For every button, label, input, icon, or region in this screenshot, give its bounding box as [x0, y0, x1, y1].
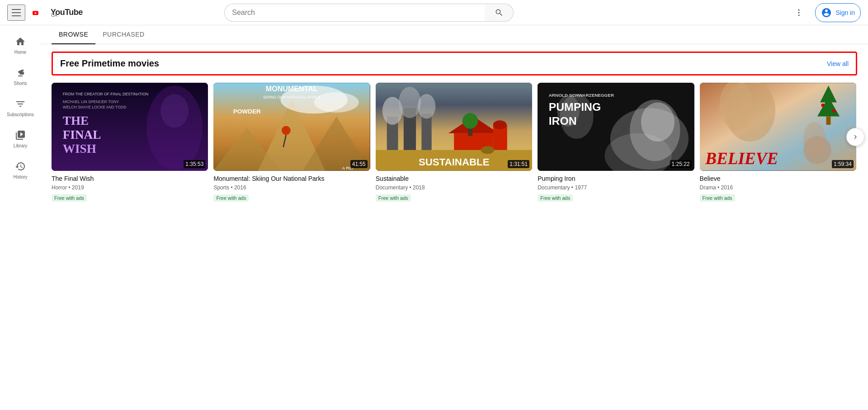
movie-meta-pumping-iron: Documentary • 1977	[538, 184, 694, 191]
sidebar-item-shorts[interactable]: Shorts	[2, 60, 39, 91]
layout: Home Shorts Subscriptions Library	[0, 25, 868, 410]
movie-duration-believe: 1:59:34	[832, 160, 854, 168]
svg-text:SUSTAINABLE: SUSTAINABLE	[419, 156, 490, 168]
svg-point-2	[798, 9, 800, 10]
svg-rect-55	[826, 117, 830, 125]
movie-duration-sustainable: 1:31:51	[508, 160, 529, 168]
movie-title-pumping-iron: Pumping Iron	[538, 174, 694, 183]
movie-duration-monumental: 41:55	[350, 160, 368, 168]
svg-text:FINAL: FINAL	[63, 128, 101, 141]
movie-thumb-pumping-iron: ARNOLD SCHWARZENEGGER PUMPING IRON 1:25:…	[538, 83, 694, 171]
movie-badge-believe: Free with ads	[700, 194, 735, 202]
svg-point-32	[418, 94, 436, 118]
movie-thumb-monumental: POWDER MONUMENTAL SKIING OUR NATIONAL PA…	[213, 83, 370, 171]
movie-meta-final-wish: Horror • 2019	[52, 184, 208, 191]
sign-in-label: Sign in	[835, 9, 855, 16]
header-right: Sign in	[790, 3, 861, 22]
svg-point-19	[314, 92, 359, 113]
svg-point-3	[798, 12, 800, 13]
search-container	[224, 4, 514, 22]
header-left: YouTube CA	[7, 5, 83, 21]
movie-badge-final-wish: Free with ads	[52, 194, 87, 202]
sidebar-label-home: Home	[14, 50, 27, 55]
sidebar-item-library[interactable]: Library	[2, 123, 39, 154]
movie-title-sustainable: Sustainable	[376, 174, 532, 183]
youtube-logo[interactable]: YouTube CA	[33, 7, 83, 18]
thumb-sustainable: SUSTAINABLE	[376, 83, 532, 171]
movie-badge-sustainable: Free with ads	[376, 194, 411, 202]
subscriptions-icon	[15, 99, 26, 109]
movie-duration-pumping-iron: 1:25:22	[670, 160, 692, 168]
logo-country: CA	[51, 13, 83, 18]
movie-info-final-wish: The Final Wish Horror • 2019 Free with a…	[52, 171, 208, 203]
movies-carousel: FROM THE CREATOR OF FINAL DESTINATION MI…	[52, 83, 857, 203]
thumb-pumping: ARNOLD SCHWARZENEGGER PUMPING IRON	[538, 83, 694, 171]
svg-point-57	[832, 109, 835, 112]
main-content: BROWSE PURCHASED Free Primetime movies V…	[41, 25, 868, 410]
carousel-next-button[interactable]	[846, 128, 864, 146]
svg-point-40	[481, 146, 494, 154]
svg-point-39	[462, 113, 478, 129]
movies-grid: FROM THE CREATOR OF FINAL DESTINATION MI…	[52, 83, 857, 203]
sidebar-label-subscriptions: Subscriptions	[7, 112, 34, 117]
movie-meta-monumental: Sports • 2016	[213, 184, 370, 191]
header: YouTube CA Sign in	[0, 0, 868, 25]
svg-text:SKIING OUR NATIONAL PARKS: SKIING OUR NATIONAL PARKS	[263, 95, 321, 99]
svg-text:ARNOLD SCHWARZENEGGER: ARNOLD SCHWARZENEGGER	[549, 93, 614, 98]
movie-thumb-believe: BELIEVE 1:59:34	[700, 83, 856, 171]
movie-meta-believe: Drama • 2016	[700, 184, 856, 191]
movie-info-pumping-iron: Pumping Iron Documentary • 1977 Free wit…	[538, 171, 694, 203]
sidebar: Home Shorts Subscriptions Library	[0, 25, 41, 410]
section-title: Free Primetime movies	[60, 58, 159, 69]
movie-title-final-wish: The Final Wish	[52, 174, 208, 183]
more-options-button[interactable]	[790, 4, 808, 22]
svg-text:FROM THE CREATOR OF FINAL DEST: FROM THE CREATOR OF FINAL DESTINATION	[63, 92, 149, 96]
sidebar-item-history[interactable]: History	[2, 154, 39, 185]
movie-meta-sustainable: Documentary • 2018	[376, 184, 532, 191]
movie-title-believe: Believe	[700, 174, 856, 183]
sidebar-label-library: Library	[14, 143, 28, 148]
svg-point-20	[282, 126, 291, 135]
movie-card-pumping-iron[interactable]: ARNOLD SCHWARZENEGGER PUMPING IRON 1:25:…	[538, 83, 694, 203]
svg-text:THE: THE	[63, 114, 89, 127]
library-icon	[15, 130, 26, 141]
movie-badge-pumping-iron: Free with ads	[538, 194, 573, 202]
svg-point-13	[160, 94, 189, 127]
svg-point-36	[493, 120, 507, 129]
movie-badge-monumental: Free with ads	[213, 194, 249, 202]
shorts-icon	[15, 67, 26, 78]
movie-info-sustainable: Sustainable Documentary • 2018 Free with…	[376, 171, 532, 203]
svg-text:MICHAEL  LIN    SPENCER  TONY: MICHAEL LIN SPENCER TONY	[63, 99, 119, 104]
search-input[interactable]	[224, 4, 485, 22]
search-button[interactable]	[485, 4, 514, 22]
sidebar-item-home[interactable]: Home	[2, 29, 39, 60]
sidebar-item-subscriptions[interactable]: Subscriptions	[2, 91, 39, 123]
tab-browse[interactable]: BROWSE	[52, 25, 95, 44]
svg-point-4	[798, 14, 800, 16]
movie-thumb-sustainable: SUSTAINABLE 1:31:51	[376, 83, 532, 171]
svg-text:IRON: IRON	[549, 115, 577, 127]
history-icon	[15, 161, 26, 172]
home-icon	[15, 36, 26, 47]
svg-text:POWDER: POWDER	[233, 108, 261, 115]
movie-card-monumental[interactable]: POWDER MONUMENTAL SKIING OUR NATIONAL PA…	[213, 83, 370, 203]
movie-card-believe[interactable]: BELIEVE 1:59:34 Believe Drama • 2016 Fre…	[700, 83, 856, 203]
section-header: Free Primetime movies View all	[52, 52, 857, 75]
movies-section: Free Primetime movies View all	[41, 44, 868, 211]
movie-card-final-wish[interactable]: FROM THE CREATOR OF FINAL DESTINATION MI…	[52, 83, 208, 203]
thumb-believe: BELIEVE	[700, 83, 856, 171]
view-all-link[interactable]: View all	[827, 60, 849, 67]
tab-purchased[interactable]: PURCHASED	[95, 25, 151, 44]
movie-duration-final-wish: 1:35:53	[184, 160, 205, 168]
svg-text:MONUMENTAL: MONUMENTAL	[266, 85, 318, 93]
svg-text:BELIEVE: BELIEVE	[705, 149, 778, 168]
sign-in-button[interactable]: Sign in	[815, 3, 861, 22]
hamburger-button[interactable]	[7, 5, 25, 21]
movie-info-believe: Believe Drama • 2016 Free with ads	[700, 171, 856, 203]
thumb-final-wish: FROM THE CREATOR OF FINAL DESTINATION MI…	[52, 83, 208, 171]
sidebar-label-shorts: Shorts	[14, 81, 27, 86]
sidebar-label-history: History	[13, 174, 27, 179]
movie-thumb-final-wish: FROM THE CREATOR OF FINAL DESTINATION MI…	[52, 83, 208, 171]
movie-title-monumental: Monumental: Skiing Our National Parks	[213, 174, 370, 183]
movie-card-sustainable[interactable]: SUSTAINABLE 1:31:51 Sustainable Document…	[376, 83, 532, 203]
